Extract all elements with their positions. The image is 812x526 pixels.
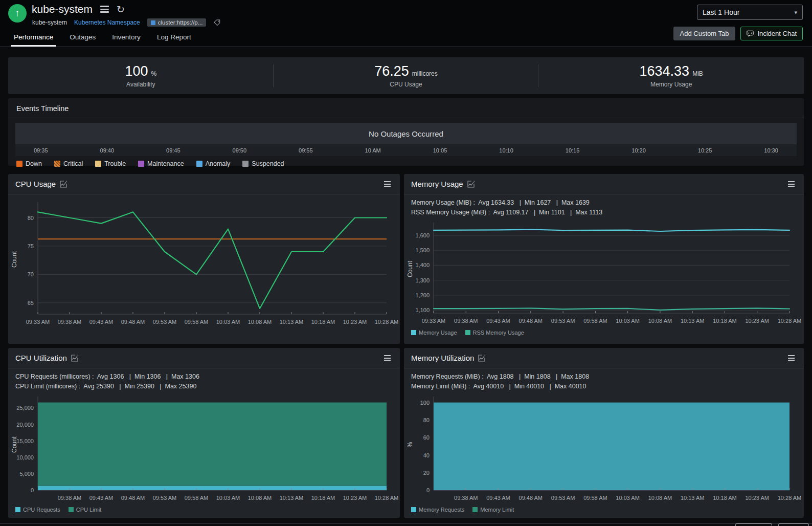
rss-memory-usage-swatch-icon xyxy=(465,330,470,335)
svg-text:10:03 AM: 10:03 AM xyxy=(616,495,639,501)
timeline-tick: 09:35 xyxy=(34,147,48,154)
svg-text:Count: Count xyxy=(11,251,18,268)
cpu-limit-swatch-icon xyxy=(69,507,74,512)
svg-text:09:33 AM: 09:33 AM xyxy=(26,319,50,325)
add-custom-tab-button[interactable]: Add Custom Tab xyxy=(673,27,736,40)
svg-text:10:23 AM: 10:23 AM xyxy=(343,319,367,325)
svg-text:40: 40 xyxy=(423,452,430,458)
svg-text:65: 65 xyxy=(28,300,34,306)
svg-text:80: 80 xyxy=(28,215,34,221)
breadcrumb-monitor-name: kube-system xyxy=(32,19,67,26)
stat-availability: 100% Availability xyxy=(8,57,274,94)
availability-unit: % xyxy=(151,70,157,77)
tab-performance[interactable]: Performance xyxy=(13,29,54,47)
bottom-scroll-strip[interactable] xyxy=(0,523,812,526)
memory-utilization-panel-title: Memory Utilization xyxy=(411,354,474,362)
timeline-tick: 09:40 xyxy=(100,147,115,154)
svg-text:80: 80 xyxy=(423,417,430,423)
svg-text:10:18 AM: 10:18 AM xyxy=(311,319,335,325)
svg-text:20: 20 xyxy=(423,470,430,476)
svg-text:09:43 AM: 09:43 AM xyxy=(486,495,510,501)
cpu-requests-stats: CPU Requests (millicores) : Avg 1306 | M… xyxy=(15,372,393,382)
svg-text:Count: Count xyxy=(407,260,414,277)
page-title: kube-system xyxy=(32,3,93,15)
svg-text:10:08 AM: 10:08 AM xyxy=(248,495,272,501)
legend-item-cpu-requests[interactable]: CPU Requests xyxy=(15,507,60,513)
svg-text:10:13 AM: 10:13 AM xyxy=(681,318,704,324)
svg-text:09:53 AM: 09:53 AM xyxy=(551,318,575,324)
svg-text:1,600: 1,600 xyxy=(415,232,430,238)
svg-text:10:03 AM: 10:03 AM xyxy=(216,495,240,501)
trend-chart-icon[interactable] xyxy=(467,181,475,188)
panel-menu-icon[interactable] xyxy=(382,179,393,189)
svg-text:09:53 AM: 09:53 AM xyxy=(551,495,575,501)
timeline-tick: 10:20 xyxy=(631,147,646,154)
svg-text:70: 70 xyxy=(28,271,34,277)
rss-memory-usage-stats: RSS Memory Usage (MiB) : Avg 1109.17 | M… xyxy=(411,208,797,217)
memory-usage-value: 1634.33 xyxy=(640,63,690,79)
hamburger-menu-icon[interactable] xyxy=(99,4,110,14)
time-range-select[interactable]: Last 1 Hour ▾ xyxy=(697,5,803,20)
timeline-tick: 10:05 xyxy=(433,147,447,154)
availability-label: Availability xyxy=(126,81,155,88)
svg-text:10:08 AM: 10:08 AM xyxy=(648,318,672,324)
timeline-tick: 10:10 xyxy=(499,147,513,154)
memory-utilization-chart[interactable]: 02040608010009:38 AM09:43 AM09:48 AM09:5… xyxy=(404,393,804,505)
tab-log-report[interactable]: Log Report xyxy=(156,29,192,47)
svg-text:09:58 AM: 09:58 AM xyxy=(583,318,607,324)
cpu-usage-chart[interactable]: 6570758009:33 AM09:38 AM09:43 AM09:48 AM… xyxy=(8,199,400,328)
tab-bar: Performance Outages Inventory Log Report xyxy=(13,29,192,47)
svg-text:0: 0 xyxy=(31,487,34,493)
kubernetes-namespace-link[interactable]: Kubernetes Namespace xyxy=(74,19,140,26)
svg-text:1,300: 1,300 xyxy=(415,277,430,283)
trend-chart-icon[interactable] xyxy=(60,181,67,188)
svg-text:09:58 AM: 09:58 AM xyxy=(185,495,208,501)
monitor-status-up-icon: ↑ xyxy=(8,4,27,23)
incident-chat-button[interactable]: Incident Chat xyxy=(740,27,803,40)
panel-menu-icon[interactable] xyxy=(786,353,797,363)
events-legend: Down Critical Trouble Maintenance Anomal… xyxy=(8,156,804,167)
svg-text:10:08 AM: 10:08 AM xyxy=(248,319,272,325)
legend-item-memory-usage[interactable]: Memory Usage xyxy=(411,330,457,336)
timeline-tick: 10:15 xyxy=(566,147,580,154)
cpu-utilization-chart[interactable]: 05,00010,00015,00020,00025,00009:38 AM09… xyxy=(8,393,400,505)
memory-limit-stats: Memory Limit (MiB) : Avg 40010 | Min 400… xyxy=(411,382,797,391)
svg-text:100: 100 xyxy=(420,400,430,406)
page-header: ↑ kube-system ↻ kube-system Kubernetes N… xyxy=(0,0,812,47)
memory-usage-chart[interactable]: 1,1001,2001,3001,4001,5001,60009:33 AM09… xyxy=(404,219,804,327)
legend-item-anomaly: Anomaly xyxy=(196,160,231,167)
svg-text:10:08 AM: 10:08 AM xyxy=(648,495,672,501)
panel-menu-icon[interactable] xyxy=(382,353,393,363)
svg-text:10:13 AM: 10:13 AM xyxy=(280,495,303,501)
events-timeline-title: Events Timeline xyxy=(8,98,804,118)
svg-text:09:48 AM: 09:48 AM xyxy=(519,495,543,501)
svg-text:10:23 AM: 10:23 AM xyxy=(745,495,769,501)
legend-item-rss-memory-usage[interactable]: RSS Memory Usage xyxy=(465,330,524,336)
cpu-usage-panel-title: CPU Usage xyxy=(15,180,56,188)
time-range-value: Last 1 Hour xyxy=(703,8,739,16)
tab-inventory[interactable]: Inventory xyxy=(111,29,142,47)
breadcrumb: kube-system Kubernetes Namespace cluster… xyxy=(32,18,221,27)
tab-outages[interactable]: Outages xyxy=(69,29,97,47)
svg-text:10:18 AM: 10:18 AM xyxy=(713,318,736,324)
svg-text:09:43 AM: 09:43 AM xyxy=(89,319,113,325)
legend-item-memory-requests[interactable]: Memory Requests xyxy=(411,507,464,513)
tag-icon[interactable] xyxy=(213,19,221,27)
svg-text:0: 0 xyxy=(426,487,430,493)
legend-item-memory-limit[interactable]: Memory Limit xyxy=(472,507,514,513)
panel-menu-icon[interactable] xyxy=(786,179,797,189)
memory-requests-stats: Memory Requests (MiB) : Avg 1808 | Min 1… xyxy=(411,372,797,382)
cluster-tag-chip[interactable]: cluster:https://p... xyxy=(147,18,207,27)
legend-item-cpu-limit[interactable]: CPU Limit xyxy=(69,507,102,513)
memory-usage-legend: Memory Usage RSS Memory Usage xyxy=(404,327,804,336)
refresh-icon[interactable]: ↻ xyxy=(117,5,125,14)
trend-chart-icon[interactable] xyxy=(71,355,78,362)
svg-text:15,000: 15,000 xyxy=(16,438,34,444)
memory-utilization-panel: Memory Utilization Memory Requests (MiB)… xyxy=(404,348,804,518)
memory-usage-unit: MiB xyxy=(692,70,703,77)
svg-text:09:38 AM: 09:38 AM xyxy=(454,318,478,324)
trend-chart-icon[interactable] xyxy=(478,355,485,362)
cluster-tag-color-icon xyxy=(151,20,155,25)
cpu-utilization-panel-title: CPU Utilization xyxy=(15,354,67,362)
svg-text:10:28 AM: 10:28 AM xyxy=(778,495,801,501)
